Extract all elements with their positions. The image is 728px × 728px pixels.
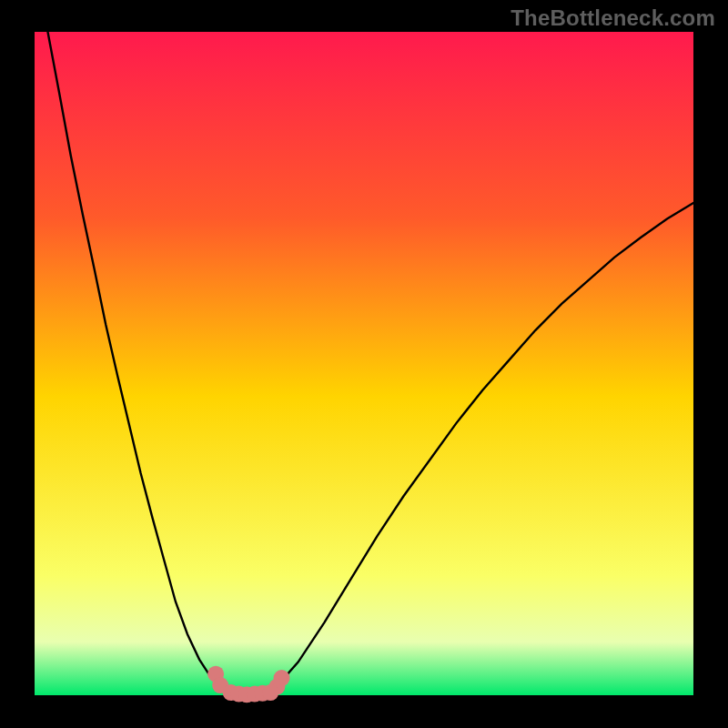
plot-svg xyxy=(0,0,728,728)
watermark-text: TheBottleneck.com xyxy=(511,5,715,31)
plot-background xyxy=(35,32,693,695)
marker-valley-6 xyxy=(262,684,278,701)
